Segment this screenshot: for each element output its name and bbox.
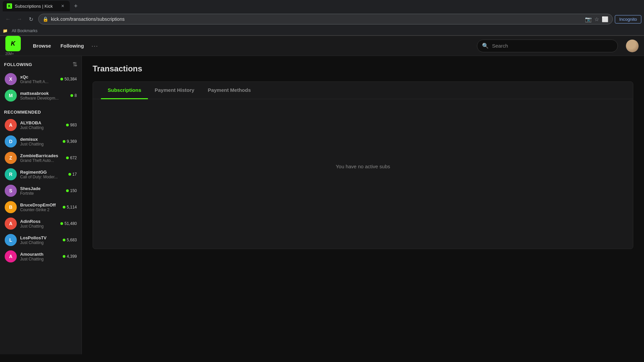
sidebar-item-info-mattseabrook: mattseabrook Software Developm... xyxy=(20,91,67,101)
sidebar-item-lospollos[interactable]: L LosPollosTV Just Chatting 5,683 xyxy=(1,232,80,248)
avatar-lospollos: L xyxy=(5,234,17,246)
star-icon[interactable]: ☆ xyxy=(594,16,599,22)
sidebar-item-game-xqc: Grand Theft A... xyxy=(20,79,57,84)
sidebar-item-info-regimentgg: RegimentGG Call of Duty: Moder... xyxy=(20,170,65,179)
sidebar-item-amouranth[interactable]: A Amouranth Just Chatting 4,399 xyxy=(1,248,80,264)
tab-subscriptions[interactable]: Subscriptions xyxy=(101,82,148,99)
sidebar-item-mattseabrook[interactable]: M mattseabrook Software Developm... 8 xyxy=(1,87,80,104)
sidebar-item-name-regimentgg: RegimentGG xyxy=(20,170,65,175)
viewer-count-zombiebarricades: 672 xyxy=(66,156,77,160)
browser-right-controls: Incognito xyxy=(615,15,641,23)
live-dot-adinross xyxy=(60,222,63,225)
sidebar-item-name-zombiebarricades: ZombieBarricades xyxy=(20,153,63,158)
sidebar-item-adinross[interactable]: A AdinRoss Just Chatting 51,480 xyxy=(1,216,80,232)
address-bar[interactable]: 🔒 kick.com/transactions/subscriptions 📷 … xyxy=(38,14,613,24)
address-bar-row: ← → ↻ 🔒 kick.com/transactions/subscripti… xyxy=(0,12,644,26)
viewer-count-xqc: 50,384 xyxy=(60,77,77,81)
viewer-number-demisux: 9,369 xyxy=(67,139,77,144)
back-button[interactable]: ← xyxy=(3,14,13,24)
logo-area[interactable]: K 20M+ xyxy=(5,36,21,56)
avatar-amouranth: A xyxy=(5,250,17,262)
tab-payment-methods[interactable]: Payment Methods xyxy=(201,82,257,99)
sidebar-item-info-amouranth: Amouranth Just Chatting xyxy=(20,252,59,261)
live-dot-brucedropemoff xyxy=(63,206,65,208)
sidebar-item-xqc[interactable]: X xQc Grand Theft A... 50,384 xyxy=(1,71,80,87)
more-nav-button[interactable]: ⋯ xyxy=(89,41,100,51)
live-dot-amouranth xyxy=(63,255,65,258)
tab-close-button[interactable]: ✕ xyxy=(60,3,66,9)
page-title: Transactions xyxy=(93,64,633,73)
following-list: X xQc Grand Theft A... 50,384 M mattseab… xyxy=(0,71,82,104)
live-dot-xqc xyxy=(60,78,63,80)
device-icon[interactable]: ⬜ xyxy=(602,16,608,22)
avatar-alyboba: A xyxy=(5,119,17,131)
viewer-number-mattseabrook: 8 xyxy=(74,93,77,98)
sidebar-item-info-adinross: AdinRoss Just Chatting xyxy=(20,219,57,229)
sidebar-item-brucedropemoff[interactable]: B BruceDropEmOff Counter-Strike 2 5,114 xyxy=(1,199,80,215)
following-section-header: Following ⇅ xyxy=(0,56,82,71)
browser-chrome: K Subscriptions | Kick ✕ + ← → ↻ 🔒 kick.… xyxy=(0,0,644,36)
viewer-count-adinross: 51,480 xyxy=(60,221,77,226)
following-nav-link[interactable]: Following xyxy=(56,40,88,51)
sidebar-item-name-adinross: AdinRoss xyxy=(20,219,57,224)
sidebar-item-game-adinross: Just Chatting xyxy=(20,224,57,229)
kick-logo: K xyxy=(5,36,21,51)
sidebar-item-info-zombiebarricades: ZombieBarricades Grand Theft Auto... xyxy=(20,153,63,163)
user-avatar[interactable] xyxy=(626,40,639,52)
tab-payment-history[interactable]: Payment History xyxy=(148,82,201,99)
avatar-mattseabrook: M xyxy=(5,89,17,102)
avatar-xqc: X xyxy=(5,73,17,85)
viewer-number-alyboba: 983 xyxy=(70,123,77,127)
viewer-count-mattseabrook: 8 xyxy=(70,93,77,98)
app-container: K 20M+ Browse Following ⋯ 🔍 Search Follo… xyxy=(0,36,644,354)
camera-off-icon[interactable]: 📷 xyxy=(585,16,592,22)
viewer-number-lospollos: 5,683 xyxy=(67,238,77,242)
sidebar-item-info-brucedropemoff: BruceDropEmOff Counter-Strike 2 xyxy=(20,202,59,212)
search-bar[interactable]: 🔍 Search xyxy=(477,40,618,52)
sidebar-item-name-lospollos: LosPollosTV xyxy=(20,235,59,240)
sidebar-item-name-brucedropemoff: BruceDropEmOff xyxy=(20,202,59,207)
viewer-count-amouranth: 4,399 xyxy=(63,254,77,259)
no-subs-message: You have no active subs xyxy=(336,164,390,169)
following-title: Following xyxy=(4,62,32,67)
sidebar-item-name-mattseabrook: mattseabrook xyxy=(20,91,67,96)
avatar-shesjade: S xyxy=(5,185,17,197)
tabs-header: Subscriptions Payment History Payment Me… xyxy=(93,82,633,99)
live-dot-regimentgg xyxy=(68,173,71,176)
sidebar-item-game-alyboba: Just Chatting xyxy=(20,125,63,130)
sidebar-item-game-demisux: Just Chatting xyxy=(20,142,59,146)
forward-button[interactable]: → xyxy=(14,14,25,24)
search-icon: 🔍 xyxy=(482,43,489,49)
nav-links: Browse Following ⋯ xyxy=(29,40,100,51)
sidebar-item-regimentgg[interactable]: R RegimentGG Call of Duty: Moder... 17 xyxy=(1,166,80,182)
sort-icon[interactable]: ⇅ xyxy=(72,61,77,68)
viewer-number-xqc: 50,384 xyxy=(64,77,77,81)
sidebar-item-game-amouranth: Just Chatting xyxy=(20,257,59,261)
sidebar-item-game-lospollos: Just Chatting xyxy=(20,240,59,245)
search-placeholder: Search xyxy=(492,43,508,49)
top-nav: K 20M+ Browse Following ⋯ 🔍 Search xyxy=(0,36,644,56)
sidebar-item-info-shesjade: ShesJade Fortnite xyxy=(20,186,63,196)
sidebar-item-name-demisux: demisux xyxy=(20,137,59,142)
sidebar: Following ⇅ X xQc Grand Theft A... 50,38… xyxy=(0,56,82,354)
browser-tab-active[interactable]: K Subscriptions | Kick ✕ xyxy=(3,1,70,11)
nav-controls: ← → ↻ xyxy=(3,14,36,24)
refresh-button[interactable]: ↻ xyxy=(25,14,36,24)
viewer-count-demisux: 9,369 xyxy=(63,139,77,144)
live-dot-lospollos xyxy=(63,239,65,241)
sidebar-item-demisux[interactable]: D demisux Just Chatting 9,369 xyxy=(1,133,80,149)
sidebar-item-alyboba[interactable]: A ALYBOBA Just Chatting 983 xyxy=(1,117,80,133)
address-icons: 📷 ☆ ⬜ xyxy=(585,16,608,22)
avatar-adinross: A xyxy=(5,218,17,230)
sidebar-item-shesjade[interactable]: S ShesJade Fortnite 150 xyxy=(1,183,80,199)
viewer-count-shesjade: 150 xyxy=(66,188,77,193)
incognito-button[interactable]: Incognito xyxy=(615,15,641,23)
viewer-number-adinross: 51,480 xyxy=(64,221,77,226)
recommended-title: Recommended xyxy=(0,106,82,117)
sidebar-item-info-lospollos: LosPollosTV Just Chatting xyxy=(20,235,59,245)
viewer-number-amouranth: 4,399 xyxy=(67,254,77,259)
sidebar-item-zombiebarricades[interactable]: Z ZombieBarricades Grand Theft Auto... 6… xyxy=(1,150,80,166)
all-bookmarks-item[interactable]: All Bookmarks xyxy=(9,28,40,34)
new-tab-button[interactable]: + xyxy=(71,1,80,11)
browse-nav-link[interactable]: Browse xyxy=(29,40,55,51)
